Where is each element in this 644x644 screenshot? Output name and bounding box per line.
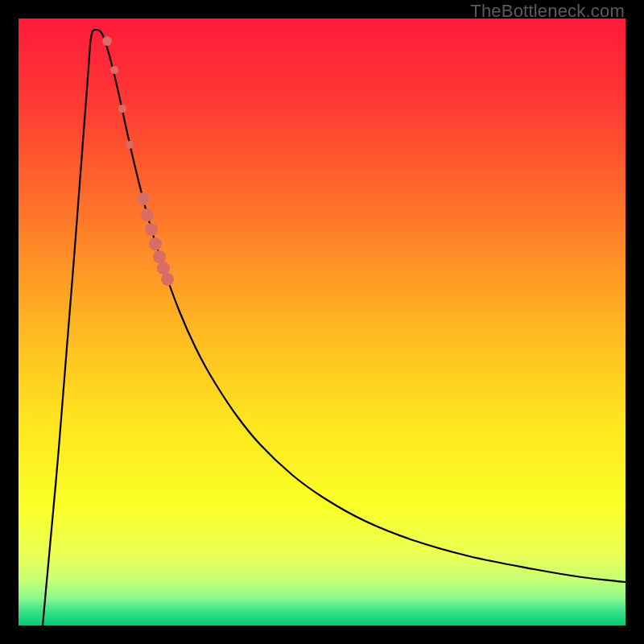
highlight-dot bbox=[118, 105, 126, 113]
highlight-dot bbox=[141, 208, 154, 221]
plot-area bbox=[19, 19, 625, 625]
highlight-dot bbox=[102, 36, 112, 46]
highlight-dot bbox=[153, 250, 166, 263]
highlight-dot bbox=[110, 66, 118, 74]
highlight-dot bbox=[149, 237, 162, 250]
gradient-background bbox=[19, 19, 625, 625]
chart-frame: TheBottleneck.com bbox=[0, 0, 644, 644]
highlight-dot bbox=[161, 273, 174, 286]
plot-svg bbox=[19, 19, 625, 625]
highlight-dot bbox=[126, 141, 134, 149]
highlight-dot bbox=[137, 192, 150, 205]
highlight-dot bbox=[145, 223, 158, 236]
highlight-dot bbox=[157, 262, 170, 275]
